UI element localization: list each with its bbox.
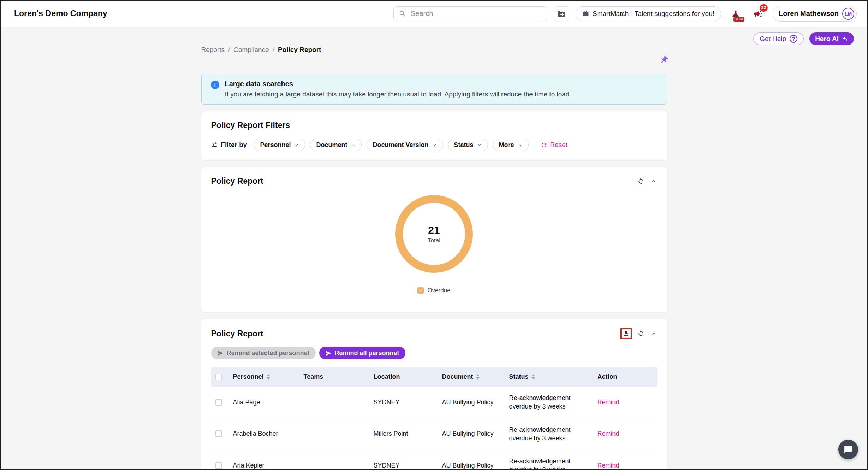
column-header-location: Location xyxy=(374,373,400,381)
pin-page-icon[interactable] xyxy=(659,55,668,66)
global-search[interactable] xyxy=(393,6,547,21)
top-header: Loren's Demo Company SmartMatch - Talent… xyxy=(1,1,867,27)
breadcrumb-separator: / xyxy=(273,46,274,54)
user-name: Loren Mathewson xyxy=(779,10,839,18)
sort-icon[interactable] xyxy=(531,374,535,380)
legend-overdue-label: Overdue xyxy=(427,287,450,294)
sort-icon[interactable] xyxy=(267,374,270,380)
policy-report-chart-card: Policy Report 21 Total ✓ Overd xyxy=(201,167,667,312)
legend-overdue-swatch[interactable]: ✓ xyxy=(417,287,424,294)
filter-dropdown-label: Personnel xyxy=(260,141,291,149)
filters-card-title: Policy Report Filters xyxy=(211,121,657,130)
send-icon xyxy=(218,350,224,356)
column-header-action: Action xyxy=(598,373,617,381)
banner-text: Large data searches If you are fetching … xyxy=(225,80,571,98)
hero-ai-button[interactable]: Hero AI xyxy=(809,32,854,45)
organisation-switcher-button[interactable] xyxy=(554,6,569,21)
column-header-document: Document xyxy=(442,373,473,381)
cell-teams xyxy=(299,418,369,450)
breadcrumb-reports[interactable]: Reports xyxy=(201,46,225,54)
cell-personnel: Arabella Bocher xyxy=(229,418,299,450)
collapse-chevron-icon[interactable] xyxy=(650,178,657,185)
filter-dropdown-label: Document Version xyxy=(373,141,428,149)
user-menu[interactable]: Loren Mathewson LM xyxy=(773,6,857,22)
breadcrumb-policy-report: Policy Report xyxy=(278,46,321,54)
cell-document: AU Bullying Policy xyxy=(438,450,505,470)
select-all-checkbox[interactable] xyxy=(215,374,222,380)
sort-icon[interactable] xyxy=(476,374,480,380)
cell-location: SYDNEY xyxy=(369,387,438,418)
reset-filters-button[interactable]: Reset xyxy=(539,141,570,149)
chevron-down-icon xyxy=(518,142,523,147)
announcements-button[interactable]: 22 xyxy=(750,6,766,22)
remind-buttons-row: Remind selected personnel Remind all per… xyxy=(211,347,657,359)
filter-dropdown-label: Status xyxy=(454,141,474,149)
cell-personnel: Alia Page xyxy=(229,387,299,418)
reset-refresh-icon xyxy=(541,142,547,148)
table-card-icons xyxy=(620,328,657,339)
cell-teams xyxy=(299,450,369,470)
table-card-title: Policy Report xyxy=(211,329,263,339)
donut-chart: 21 Total xyxy=(395,195,473,273)
filter-dropdown-status[interactable]: Status xyxy=(448,139,488,151)
chevron-down-icon xyxy=(432,142,437,147)
remind-all-button[interactable]: Remind all personnel xyxy=(319,347,405,359)
chart-card-title: Policy Report xyxy=(211,176,263,186)
filter-by-label: Filter by xyxy=(221,141,247,149)
cell-document: AU Bullying Policy xyxy=(438,418,505,450)
reset-label: Reset xyxy=(550,141,568,149)
filter-dropdown-more[interactable]: More xyxy=(493,139,529,151)
chat-bubble-icon xyxy=(844,445,853,454)
get-help-button[interactable]: Get Help ? xyxy=(753,32,804,45)
cell-teams xyxy=(299,387,369,418)
refresh-icon[interactable] xyxy=(637,330,644,337)
app-window: Loren's Demo Company SmartMatch - Talent… xyxy=(0,0,868,470)
breadcrumb-separator: / xyxy=(228,46,230,54)
breadcrumb-compliance[interactable]: Compliance xyxy=(233,46,269,54)
chevron-down-icon xyxy=(294,142,299,147)
breadcrumb: Reports / Compliance / Policy Report xyxy=(201,46,667,54)
banner-title: Large data searches xyxy=(225,80,571,88)
lab-flask-icon xyxy=(731,9,740,18)
row-checkbox[interactable] xyxy=(215,430,222,437)
filter-dropdown-personnel[interactable]: Personnel xyxy=(254,139,305,151)
donut-chart-area: 21 Total ✓ Overdue xyxy=(211,195,657,303)
remind-selected-button[interactable]: Remind selected personnel xyxy=(211,347,316,359)
annotation-highlight xyxy=(620,328,632,339)
cell-personnel: Aria Kepler xyxy=(229,450,299,470)
remind-link[interactable]: Remind xyxy=(598,430,619,437)
remind-link[interactable]: Remind xyxy=(598,399,619,406)
notification-badge: 22 xyxy=(760,4,768,12)
cell-status: Re-acknowledgement overdue by 3 weeks xyxy=(505,387,593,418)
info-icon: i xyxy=(211,81,219,89)
donut-total-value: 21 xyxy=(428,224,440,236)
filter-dropdown-document[interactable]: Document xyxy=(310,139,362,151)
table-header-row: Personnel Teams Location Document Status… xyxy=(211,367,657,387)
beta-badge: BETA xyxy=(733,17,744,22)
row-checkbox[interactable] xyxy=(215,399,222,406)
chart-card-head: Policy Report xyxy=(211,176,657,186)
beta-labs-button[interactable]: BETA xyxy=(727,6,744,22)
chart-card-icons xyxy=(637,178,657,185)
search-input[interactable] xyxy=(410,9,542,18)
download-icon[interactable] xyxy=(623,330,630,337)
remind-link[interactable]: Remind xyxy=(598,462,619,469)
refresh-icon[interactable] xyxy=(637,178,644,185)
send-icon xyxy=(326,350,332,356)
row-checkbox[interactable] xyxy=(215,462,222,469)
collapse-chevron-icon[interactable] xyxy=(650,330,657,337)
filter-dropdown-label: Document xyxy=(316,141,347,149)
policy-report-table: Personnel Teams Location Document Status… xyxy=(211,367,657,470)
get-help-label: Get Help xyxy=(760,35,786,43)
policy-report-filters-card: Policy Report Filters Filter by Personne… xyxy=(201,111,667,160)
chevron-down-icon xyxy=(477,142,482,147)
large-data-banner: i Large data searches If you are fetchin… xyxy=(201,74,667,105)
chat-launcher-button[interactable] xyxy=(838,440,858,459)
cell-document: AU Bullying Policy xyxy=(438,387,505,418)
company-name: Loren's Demo Company xyxy=(14,9,107,18)
filter-dropdown-document-version[interactable]: Document Version xyxy=(367,139,443,151)
smartmatch-button[interactable]: SmartMatch - Talent suggestions for you! xyxy=(576,6,721,21)
chart-legend: ✓ Overdue xyxy=(417,287,450,294)
filter-sliders-icon xyxy=(211,142,218,148)
cell-location: Millers Point xyxy=(369,418,438,450)
